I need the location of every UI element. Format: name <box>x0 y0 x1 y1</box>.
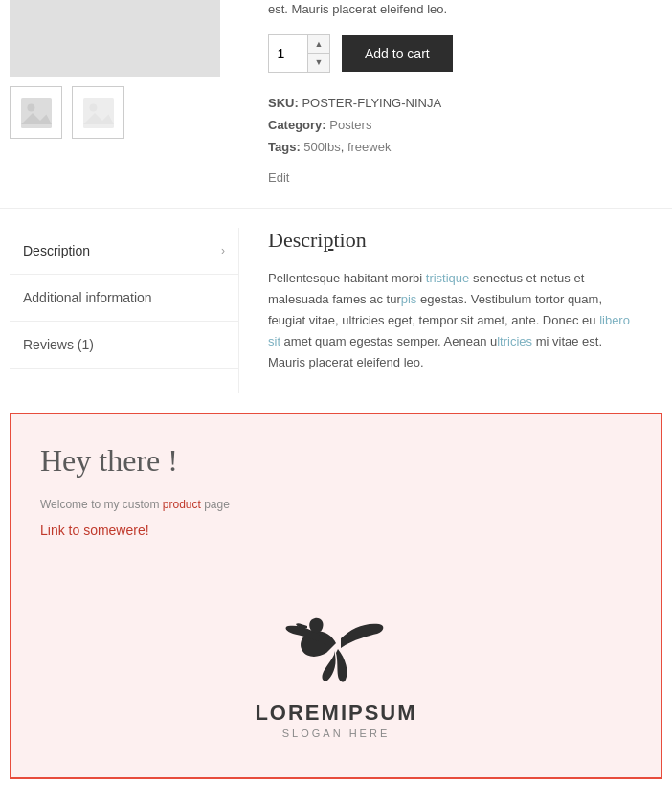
category-label: Category: <box>268 118 326 132</box>
sku-label: SKU: <box>268 96 299 110</box>
quantity-up-button[interactable]: ▲ <box>308 35 329 54</box>
logo-area: LOREMIPSUM SLOGAN HERE <box>40 595 632 739</box>
quantity-down-button[interactable]: ▼ <box>308 54 329 72</box>
custom-section-title: Hey there ! <box>40 443 632 479</box>
tags-row: Tags: 500lbs, freewek <box>268 136 653 158</box>
tab-content-body: Pellentesque habitant morbi tristique se… <box>268 268 634 373</box>
tab-content-title: Description <box>268 228 634 253</box>
tab-additional-information-label: Additional information <box>23 290 152 305</box>
logo-light-text: LOREM <box>255 701 340 725</box>
tristique-link[interactable]: tristique <box>426 271 470 285</box>
custom-section-subtitle: Welcome to my custom product page <box>40 498 632 511</box>
category-row: Category: Posters <box>268 114 653 136</box>
quantity-arrows: ▲ ▼ <box>307 35 329 72</box>
product-intro-text: est. Mauris placerat eleifend leo. <box>268 0 653 19</box>
quantity-input[interactable] <box>269 35 307 72</box>
logo-text: LOREMIPSUM <box>255 701 416 726</box>
edit-link[interactable]: Edit <box>268 167 289 189</box>
product-info-col: est. Mauris placerat eleifend leo. ▲ ▼ A… <box>249 0 672 189</box>
ultricies-link[interactable]: ltricies <box>497 334 532 348</box>
tab-description[interactable]: Description › <box>10 228 238 275</box>
sku-row: SKU: POSTER-FLYING-NINJA <box>268 92 653 114</box>
thumbnail-1[interactable] <box>10 86 62 139</box>
tab-reviews[interactable]: Reviews (1) <box>10 322 238 368</box>
sku-value: POSTER-FLYING-NINJA <box>302 96 441 110</box>
logo-bold-text: IPSUM <box>341 701 417 725</box>
tag-freewek-link[interactable]: freewek <box>347 140 392 154</box>
subtitle-after: page <box>201 498 230 511</box>
subtitle-before: Welcome to my custom <box>40 498 163 511</box>
subtitle-highlight: product <box>163 498 201 511</box>
logo-bird-icon <box>279 595 393 691</box>
logo-slogan: SLOGAN HERE <box>282 727 390 739</box>
tabs-section: Description › Additional information Rev… <box>0 208 672 392</box>
tab-additional-information[interactable]: Additional information <box>10 275 238 322</box>
custom-section-link[interactable]: Link to somewere! <box>40 523 149 538</box>
libero-link[interactable]: libero sit <box>268 313 630 348</box>
tab-content-panel: Description Pellentesque habitant morbi … <box>239 228 662 392</box>
product-images-col <box>0 0 249 189</box>
tag-500lbs-link[interactable]: 500lbs <box>303 140 340 154</box>
tab-description-chevron: › <box>221 244 225 257</box>
tabs-nav: Description › Additional information Rev… <box>10 228 239 392</box>
custom-section: Hey there ! Welcome to my custom product… <box>10 413 662 779</box>
product-meta: SKU: POSTER-FLYING-NINJA Category: Poste… <box>268 92 653 190</box>
tab-reviews-label: Reviews (1) <box>23 337 94 352</box>
turpis-link[interactable]: pis <box>401 292 417 306</box>
thumbnail-2[interactable] <box>72 86 124 139</box>
svg-point-1 <box>27 103 34 111</box>
add-to-cart-button[interactable]: Add to cart <box>342 35 453 72</box>
tab-description-label: Description <box>23 243 90 258</box>
tags-label: Tags: <box>268 140 301 154</box>
quantity-wrapper: ▲ ▼ <box>268 34 330 73</box>
add-to-cart-row: ▲ ▼ Add to cart <box>268 34 653 73</box>
thumbnail-list <box>10 86 230 139</box>
main-product-image <box>10 0 220 77</box>
category-link[interactable]: Posters <box>329 118 371 132</box>
svg-point-4 <box>89 103 97 111</box>
